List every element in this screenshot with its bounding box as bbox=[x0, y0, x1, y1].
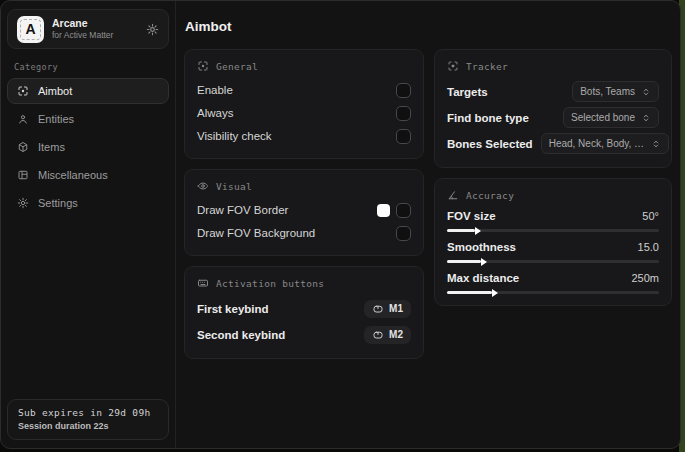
select-value: Head, Neck, Body, Pe… bbox=[549, 138, 645, 149]
setting-label: Draw FOV Background bbox=[197, 227, 315, 239]
select-value: Bots, Teams bbox=[580, 86, 635, 97]
draw-fov-background-checkbox[interactable] bbox=[396, 226, 411, 241]
setting-label: First keybind bbox=[197, 303, 269, 315]
brand-subtitle: for Active Matter bbox=[52, 30, 113, 41]
max-distance-slider[interactable] bbox=[447, 291, 659, 294]
card-title: General bbox=[216, 61, 258, 72]
brand-name: Arcane bbox=[52, 17, 113, 30]
second-keybind-button[interactable]: M2 bbox=[364, 326, 411, 344]
card-title: Tracker bbox=[466, 61, 508, 72]
slider-row: Smoothness 15.0 bbox=[447, 241, 659, 263]
subscription-info: Sub expires in 29d 09h Session duration … bbox=[7, 399, 169, 440]
setting-label: Max distance bbox=[447, 272, 519, 284]
setting-row: Always bbox=[197, 102, 411, 124]
person-scan-icon bbox=[17, 113, 29, 125]
card-title: Visual bbox=[216, 181, 252, 192]
sidebar-item-label: Settings bbox=[38, 197, 78, 209]
find-bone-type-select[interactable]: Selected bone bbox=[563, 107, 659, 128]
gear-icon bbox=[17, 197, 29, 209]
keybind-value: M2 bbox=[389, 329, 403, 340]
enable-checkbox[interactable] bbox=[396, 83, 411, 98]
always-checkbox[interactable] bbox=[396, 106, 411, 121]
smoothness-slider[interactable] bbox=[447, 260, 659, 263]
slider-value: 15.0 bbox=[638, 241, 659, 253]
setting-row: Visibility check bbox=[197, 125, 411, 147]
setting-label: Find bone type bbox=[447, 112, 529, 124]
select-value: Selected bone bbox=[571, 112, 635, 123]
setting-label: Targets bbox=[447, 86, 488, 98]
session-duration-text: Session duration 22s bbox=[18, 421, 158, 431]
sidebar-item-label: Items bbox=[38, 141, 65, 153]
setting-row: Enable bbox=[197, 79, 411, 101]
app-window: A Arcane for Active Matter Category Aimb… bbox=[0, 0, 681, 449]
sidebar: A Arcane for Active Matter Category Aimb… bbox=[1, 1, 176, 448]
category-label: Category bbox=[14, 62, 175, 72]
sidebar-item-label: Aimbot bbox=[38, 85, 72, 97]
draw-fov-border-checkbox[interactable] bbox=[396, 203, 411, 218]
gear-icon[interactable] bbox=[146, 23, 159, 36]
unfold-icon bbox=[651, 139, 661, 149]
scan-target-icon bbox=[447, 60, 459, 72]
setting-row: Draw FOV Background bbox=[197, 222, 411, 244]
brand-logo: A bbox=[17, 16, 44, 43]
setting-row: Draw FOV Border bbox=[197, 199, 411, 221]
setting-row: Targets Bots, Teams bbox=[447, 79, 659, 104]
slider-row: Max distance 250m bbox=[447, 272, 659, 294]
setting-row: Find bone type Selected bone bbox=[447, 105, 659, 130]
main-content: Aimbot General Enable Always bbox=[176, 1, 681, 448]
targets-select[interactable]: Bots, Teams bbox=[572, 81, 659, 102]
unfold-icon bbox=[641, 113, 651, 123]
mouse-icon bbox=[372, 329, 384, 341]
setting-label: Visibility check bbox=[197, 130, 272, 142]
slider-row: FOV size 50° bbox=[447, 210, 659, 232]
mouse-icon bbox=[372, 303, 384, 315]
eye-icon bbox=[197, 180, 209, 192]
setting-label: Second keybind bbox=[197, 329, 285, 341]
card-title: Activation buttons bbox=[216, 278, 324, 289]
slider-thumb[interactable] bbox=[481, 258, 487, 266]
slider-thumb[interactable] bbox=[492, 289, 498, 297]
keyboard-icon bbox=[197, 277, 209, 289]
general-card: General Enable Always Visibility check bbox=[184, 49, 424, 159]
bones-selected-select[interactable]: Head, Neck, Body, Pe… bbox=[541, 133, 669, 154]
sidebar-item-settings[interactable]: Settings bbox=[7, 190, 169, 216]
visual-card: Visual Draw FOV Border Draw FOV Backgrou… bbox=[184, 169, 424, 256]
setting-row: First keybind M1 bbox=[197, 296, 411, 321]
brand-card: A Arcane for Active Matter bbox=[7, 9, 169, 49]
setting-label: Smoothness bbox=[447, 241, 516, 253]
cube-icon bbox=[17, 141, 29, 153]
slider-value: 50° bbox=[642, 210, 659, 222]
setting-label: Draw FOV Border bbox=[197, 204, 288, 216]
crosshair-icon bbox=[197, 60, 209, 72]
sidebar-item-entities[interactable]: Entities bbox=[7, 106, 169, 132]
page-title: Aimbot bbox=[185, 19, 672, 34]
setting-label: Bones Selected bbox=[447, 138, 533, 150]
sidebar-item-miscellaneous[interactable]: Miscellaneous bbox=[7, 162, 169, 188]
sidebar-item-aimbot[interactable]: Aimbot bbox=[7, 78, 169, 104]
angle-icon bbox=[447, 189, 459, 201]
first-keybind-button[interactable]: M1 bbox=[364, 300, 411, 318]
slider-value: 250m bbox=[631, 272, 659, 284]
category-menu: Aimbot Entities Items Miscellaneous Sett… bbox=[1, 78, 175, 216]
keybind-value: M1 bbox=[389, 303, 403, 314]
setting-row: Second keybind M2 bbox=[197, 322, 411, 347]
setting-label: Enable bbox=[197, 84, 233, 96]
setting-label: FOV size bbox=[447, 210, 496, 222]
sidebar-item-label: Entities bbox=[38, 113, 74, 125]
slider-thumb[interactable] bbox=[475, 227, 481, 235]
setting-label: Always bbox=[197, 107, 233, 119]
sidebar-item-items[interactable]: Items bbox=[7, 134, 169, 160]
layout-icon bbox=[17, 169, 29, 181]
fov-size-slider[interactable] bbox=[447, 229, 659, 232]
sidebar-item-label: Miscellaneous bbox=[38, 169, 108, 181]
activation-buttons-card: Activation buttons First keybind M1 Seco… bbox=[184, 266, 424, 359]
setting-row: Bones Selected Head, Neck, Body, Pe… bbox=[447, 131, 659, 156]
visibility-check-checkbox[interactable] bbox=[396, 129, 411, 144]
fov-border-color-swatch[interactable] bbox=[377, 204, 390, 217]
accuracy-card: Accuracy FOV size 50° Smoothness bbox=[434, 178, 672, 306]
brand-initial: A bbox=[25, 21, 35, 37]
tracker-card: Tracker Targets Bots, Teams Find bone ty… bbox=[434, 49, 672, 168]
unfold-icon bbox=[641, 87, 651, 97]
card-title: Accuracy bbox=[466, 190, 514, 201]
sub-expiry-text: Sub expires in 29d 09h bbox=[18, 407, 158, 418]
